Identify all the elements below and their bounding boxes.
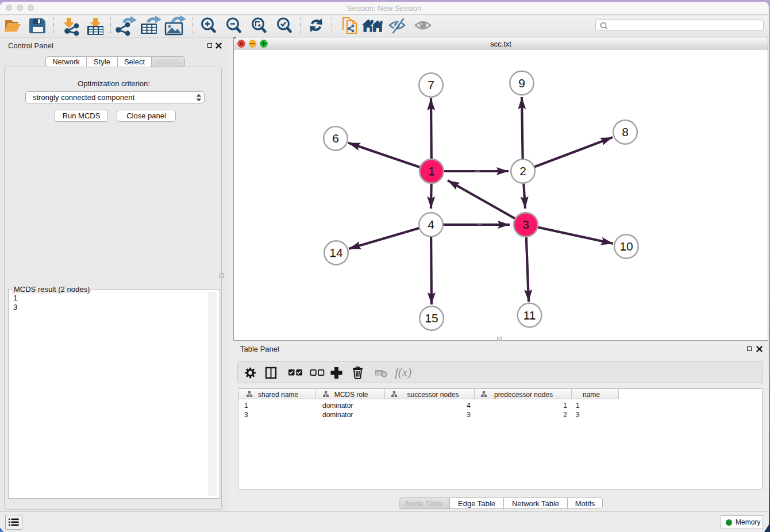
svg-text:7: 7 xyxy=(428,78,434,91)
svg-text:6: 6 xyxy=(332,132,339,145)
svg-text:3: 3 xyxy=(522,218,529,231)
svg-text:8: 8 xyxy=(622,125,629,138)
svg-text:2: 2 xyxy=(519,164,526,178)
svg-text:1: 1 xyxy=(428,164,435,178)
svg-text:f(x): f(x) xyxy=(395,365,411,379)
svg-text:9: 9 xyxy=(518,76,525,90)
svg-text:14: 14 xyxy=(329,246,343,259)
svg-text:15: 15 xyxy=(425,311,438,325)
svg-text:10: 10 xyxy=(619,240,633,253)
svg-text:4: 4 xyxy=(428,218,434,231)
